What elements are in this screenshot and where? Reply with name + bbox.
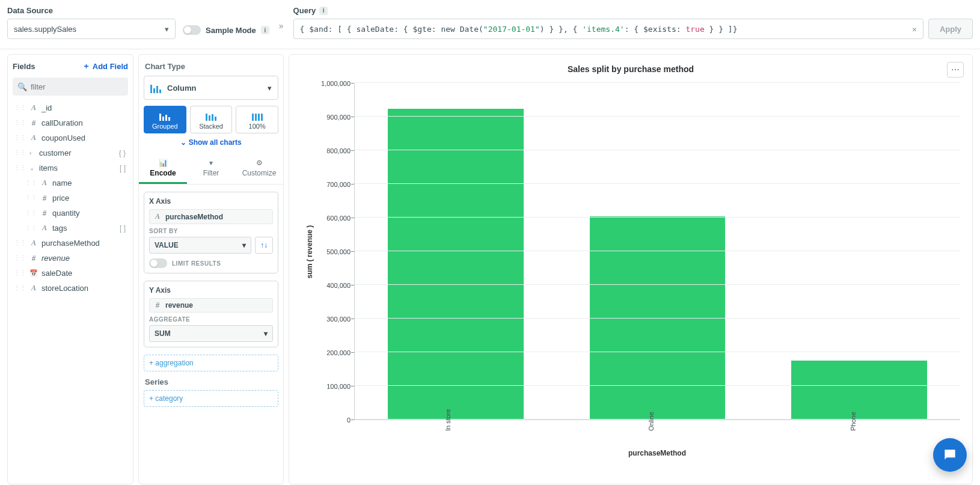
- field-item-quantity[interactable]: ⋮⋮quantity: [13, 206, 128, 221]
- field-item-saleDate[interactable]: ⋮⋮📅saleDate: [13, 266, 128, 281]
- query-column: Query i { $and: [ { saleDate: { $gte: ne…: [293, 6, 973, 39]
- drag-handle-icon[interactable]: ⋮⋮: [25, 209, 37, 217]
- field-item-tags[interactable]: ⋮⋮Atags[ ]: [13, 221, 128, 236]
- field-name: customer: [39, 148, 71, 157]
- grid-line: [355, 385, 960, 386]
- y-tick-label: 500,000: [326, 248, 351, 255]
- chart-type-label: Chart Type: [145, 62, 277, 71]
- limit-results-toggle[interactable]: [149, 258, 167, 268]
- sample-mode-toggle[interactable]: [183, 25, 201, 35]
- info-icon[interactable]: i: [319, 7, 328, 15]
- x-tick-label: In store: [444, 409, 452, 431]
- grid-line: [355, 183, 960, 184]
- tab-encode[interactable]: 📊 Encode: [139, 154, 187, 184]
- add-aggregation-button[interactable]: + aggregation: [144, 355, 278, 371]
- sort-by-select[interactable]: VALUE ▾: [149, 237, 251, 254]
- x-axis-label: purchaseMethod: [354, 449, 960, 457]
- bar-phone[interactable]: [791, 361, 927, 419]
- add-category-button[interactable]: + category: [144, 390, 278, 407]
- y-tick-label: 300,000: [326, 316, 351, 323]
- tab-filter[interactable]: ▾ Filter: [187, 154, 235, 184]
- query-row: { $and: [ { saleDate: { $gte: new Date("…: [293, 19, 973, 39]
- drag-handle-icon[interactable]: ⋮⋮: [14, 239, 26, 247]
- add-field-button[interactable]: ＋ Add Field: [82, 61, 128, 72]
- y-tick-label: 200,000: [326, 349, 351, 356]
- chart-area: ⋯ Sales split by purchase method sum ( r…: [289, 54, 973, 484]
- field-name: storeLocation: [41, 284, 88, 293]
- encode-panel: Chart Type Column ▾ Grouped Stacked 100%: [138, 54, 284, 484]
- text-type-icon: A: [40, 178, 49, 188]
- text-type-icon: A: [29, 284, 38, 293]
- show-all-charts-link[interactable]: ⌄ Show all charts: [144, 138, 278, 147]
- drag-handle-icon[interactable]: ⋮⋮: [14, 149, 26, 157]
- chevron-down-icon[interactable]: ⌄: [29, 165, 35, 171]
- number-type-icon: [40, 209, 49, 218]
- drag-handle-icon[interactable]: ⋮⋮: [14, 134, 26, 142]
- field-item-price[interactable]: ⋮⋮price: [13, 191, 128, 206]
- number-type-icon: [40, 194, 49, 203]
- query-input[interactable]: { $and: [ { saleDate: { $gte: new Date("…: [293, 19, 923, 39]
- caret-down-icon: ▾: [264, 329, 268, 338]
- top-bar: Data Source sales.supplySales ▾ Sample M…: [0, 0, 980, 49]
- drag-handle-icon[interactable]: ⋮⋮: [14, 119, 26, 127]
- aggregate-select[interactable]: SUM ▾: [149, 325, 273, 342]
- bar-in-store[interactable]: [388, 109, 524, 419]
- plot-area: [354, 84, 960, 420]
- field-name: couponUsed: [41, 133, 85, 142]
- data-source-select[interactable]: sales.supplySales ▾: [7, 19, 176, 39]
- field-item-callDuration[interactable]: ⋮⋮callDuration: [13, 115, 128, 130]
- grid-line: [355, 284, 960, 285]
- apply-button[interactable]: Apply: [928, 19, 973, 39]
- type-badge: [ ]: [120, 164, 126, 172]
- text-type-icon: A: [29, 133, 38, 142]
- caret-down-icon: ▾: [242, 241, 246, 249]
- field-item-customer[interactable]: ⋮⋮›customer{ }: [13, 145, 128, 160]
- field-item-name[interactable]: ⋮⋮Aname: [13, 175, 128, 191]
- subtype-grouped[interactable]: Grouped: [144, 106, 186, 133]
- y-tick-label: 0: [347, 416, 351, 424]
- type-badge: [ ]: [120, 224, 126, 233]
- fields-filter-input[interactable]: 🔍: [13, 78, 128, 96]
- info-icon[interactable]: i: [261, 26, 269, 34]
- drag-handle-icon[interactable]: ⋮⋮: [14, 164, 26, 172]
- drag-handle-icon[interactable]: ⋮⋮: [25, 224, 37, 232]
- drag-handle-icon[interactable]: ⋮⋮: [25, 194, 37, 202]
- field-name: name: [52, 178, 72, 188]
- tab-customize[interactable]: ⚙ Customize: [235, 154, 283, 184]
- drag-handle-icon[interactable]: ⋮⋮: [14, 254, 26, 262]
- field-item-couponUsed[interactable]: ⋮⋮AcouponUsed: [13, 130, 128, 145]
- clear-query-icon[interactable]: ✕: [912, 25, 917, 34]
- drag-handle-icon[interactable]: ⋮⋮: [14, 284, 26, 292]
- chevron-right-icon[interactable]: ›: [29, 150, 35, 156]
- subtype-100pct[interactable]: 100%: [236, 106, 278, 133]
- field-item-_id[interactable]: ⋮⋮A_id: [13, 100, 128, 115]
- query-label: Query i: [293, 6, 973, 15]
- grid-line: [355, 318, 960, 319]
- field-name: callDuration: [41, 118, 83, 127]
- chart: sum ( revenue ) 0100,000200,000300,00040…: [301, 84, 960, 420]
- data-source-column: Data Source sales.supplySales ▾: [7, 6, 176, 39]
- field-item-items[interactable]: ⋮⋮⌄items[ ]: [13, 160, 128, 175]
- chat-icon: [942, 447, 958, 463]
- grid-line: [355, 251, 960, 251]
- drag-handle-icon[interactable]: ⋮⋮: [14, 104, 26, 112]
- subtype-stacked[interactable]: Stacked: [190, 106, 233, 133]
- help-chat-button[interactable]: [933, 438, 967, 472]
- chart-type-select[interactable]: Column ▾: [144, 76, 278, 100]
- text-type-icon: A: [29, 239, 38, 248]
- grid-line: [355, 217, 960, 218]
- field-item-revenue[interactable]: ⋮⋮revenue: [13, 251, 128, 266]
- drag-handle-icon[interactable]: ⋮⋮: [25, 179, 37, 187]
- grid-line: [355, 352, 960, 352]
- sort-direction-button[interactable]: ↑↓: [255, 237, 273, 254]
- column-chart-icon: [150, 82, 161, 93]
- y-axis-field-pill[interactable]: revenue: [149, 298, 273, 313]
- field-item-purchaseMethod[interactable]: ⋮⋮ApurchaseMethod: [13, 236, 128, 251]
- x-axis-field-pill[interactable]: A purchaseMethod: [149, 209, 273, 224]
- drag-handle-icon[interactable]: ⋮⋮: [14, 269, 26, 277]
- collapse-sidebar-button[interactable]: »: [277, 16, 286, 31]
- caret-down-icon: ▾: [165, 25, 169, 34]
- chart-menu-button[interactable]: ⋯: [947, 62, 964, 78]
- field-item-storeLocation[interactable]: ⋮⋮AstoreLocation: [13, 281, 128, 296]
- field-name: revenue: [41, 254, 70, 263]
